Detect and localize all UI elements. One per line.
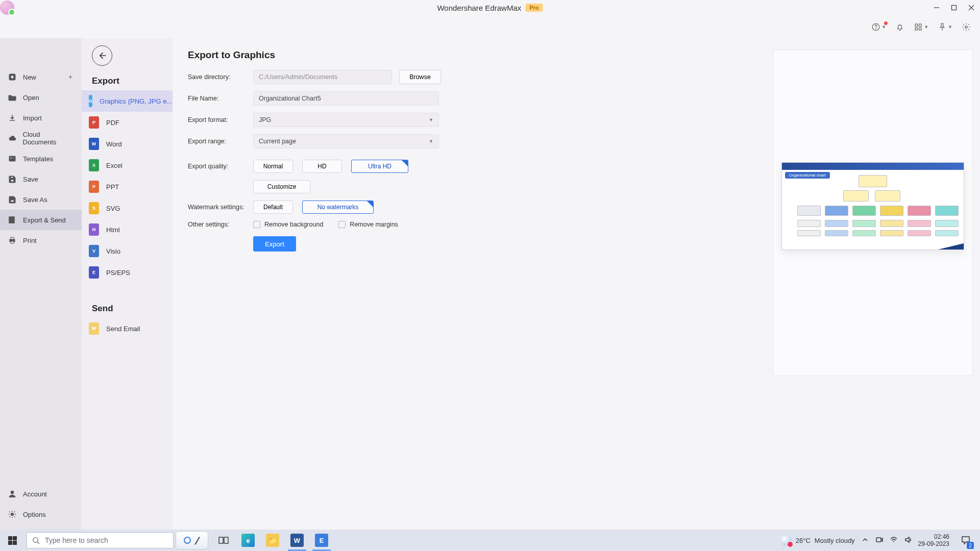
rail-item-save[interactable]: Save [0, 169, 82, 189]
rail-item-new[interactable]: New ＋ [0, 67, 82, 87]
start-button[interactable] [0, 530, 24, 551]
send-email[interactable]: ✉ Send Email [82, 318, 173, 339]
watermark-default[interactable]: Default [253, 201, 293, 214]
rail-item-print[interactable]: Print [0, 230, 82, 251]
pro-badge: Pro [525, 4, 543, 12]
weather-widget[interactable]: 26°C Mostly cloudy [780, 535, 855, 546]
rail-item-account[interactable]: Account [0, 484, 82, 504]
browse-button[interactable]: Browse [399, 70, 441, 84]
excel-icon: X [89, 159, 99, 171]
fmt-pdf[interactable]: P PDF [82, 112, 173, 133]
settings-icon[interactable] [962, 22, 971, 32]
dir-value: C:/Users/Admin/Documents [259, 73, 337, 81]
svg-rect-6 [915, 24, 918, 27]
fmt-label: PDF [106, 119, 119, 127]
other-label: Other settings: [188, 221, 253, 228]
tray-wifi-icon[interactable] [890, 536, 898, 545]
range-value: Current page [259, 138, 296, 145]
dir-label: Save directory: [188, 73, 253, 81]
clock-time: 02:46 [934, 533, 949, 540]
svg-rect-31 [219, 537, 223, 543]
user-avatar[interactable] [0, 1, 14, 15]
tray-volume-icon[interactable] [904, 536, 912, 545]
quality-ultrahd[interactable]: Ultra HD [351, 160, 408, 173]
svg-rect-1 [952, 6, 957, 10]
email-icon: ✉ [89, 322, 99, 335]
fmt-graphics[interactable]: G Graphics (PNG, JPG e... [82, 90, 173, 112]
fmt-svg[interactable]: S SVG [82, 197, 173, 219]
svg-rect-7 [919, 24, 922, 27]
notifications-icon[interactable] [895, 22, 904, 32]
remove-margins-text: Remove margins [350, 221, 398, 228]
fmt-label: PPT [106, 183, 119, 191]
rail-item-cloud[interactable]: Cloud Documents [0, 128, 82, 148]
taskbar-explorer[interactable]: 📁 [260, 530, 285, 551]
rail-item-open[interactable]: Open [0, 87, 82, 108]
taskbar-clock[interactable]: 02:46 29-09-2023 [918, 533, 949, 547]
notif-badge: 2 [967, 542, 974, 549]
range-select[interactable]: Current page ▼ [253, 134, 439, 148]
tray-chevron-up-icon[interactable] [861, 536, 869, 545]
fmt-word[interactable]: W Word [82, 133, 173, 155]
rail-label: New [23, 73, 36, 81]
svg-point-11 [965, 26, 968, 28]
svg-point-27 [11, 513, 14, 516]
cortana-button[interactable] [176, 531, 208, 549]
rail-label: Open [23, 94, 39, 102]
export-formats: Export G Graphics (PNG, JPG e... P PDF W… [82, 38, 173, 530]
rail-item-export[interactable]: Export & Send [0, 210, 82, 230]
watermark-none[interactable]: No watermarks [302, 201, 374, 214]
fmt-visio[interactable]: V Visio [82, 240, 173, 262]
visio-icon: V [89, 245, 99, 257]
fmt-label: PS/EPS [106, 269, 130, 277]
taskbar-search[interactable]: Type here to search [27, 532, 174, 548]
new-icon [8, 72, 17, 82]
apps-icon[interactable]: ▼ [914, 22, 928, 32]
dir-input[interactable]: C:/Users/Admin/Documents [253, 70, 392, 84]
chevron-down-icon: ▼ [429, 117, 433, 122]
maximize-button[interactable] [945, 0, 963, 15]
fmt-html[interactable]: H Html [82, 219, 173, 240]
taskbar-word[interactable]: W [285, 530, 309, 551]
save-icon [8, 174, 17, 184]
rail-label: Export & Send [23, 216, 66, 224]
rail-item-templates[interactable]: Templates [0, 148, 82, 169]
rail-item-import[interactable]: Import [0, 108, 82, 128]
taskbar-edge[interactable]: e [236, 530, 260, 551]
taskbar-edraw[interactable]: E [309, 530, 334, 551]
fmt-ppt[interactable]: P PPT [82, 176, 173, 197]
action-center-button[interactable]: 2 [955, 530, 976, 551]
rail-item-saveas[interactable]: Save As [0, 189, 82, 210]
fmt-excel[interactable]: X Excel [82, 155, 173, 176]
checkbox-icon [253, 221, 260, 228]
quality-normal[interactable]: Normal [253, 160, 293, 173]
export-heading: Export [82, 71, 173, 90]
tray-meet-now-icon[interactable] [875, 536, 884, 545]
svg-rect-24 [11, 237, 14, 239]
pin-icon[interactable]: ▼ [938, 22, 952, 32]
rail-label: Save [23, 176, 38, 183]
close-button[interactable] [963, 0, 980, 15]
quality-hd[interactable]: HD [302, 160, 342, 173]
form-title: Export to Graphics [188, 49, 750, 61]
word-icon: W [89, 138, 99, 150]
filename-input[interactable]: Organizational Chart5 [253, 91, 439, 106]
export-button[interactable]: Export [253, 236, 296, 252]
task-view-button[interactable] [211, 530, 236, 551]
minimize-button[interactable] [928, 0, 945, 15]
remove-bg-checkbox[interactable]: Remove background [253, 221, 323, 228]
fmt-label: Graphics (PNG, JPG e... [100, 97, 172, 105]
fmt-ps[interactable]: E PS/EPS [82, 262, 173, 283]
help-icon[interactable]: ▼ [871, 22, 886, 32]
rail-label: Options [23, 511, 46, 518]
export-form: Export to Graphics Save directory: C:/Us… [173, 38, 766, 530]
svg-rect-18 [12, 158, 14, 159]
svg-rect-33 [876, 538, 881, 542]
rail-item-options[interactable]: Options [0, 504, 82, 524]
back-button[interactable] [92, 45, 112, 66]
quality-customize[interactable]: Customize [253, 180, 310, 193]
range-label: Export range: [188, 138, 253, 145]
format-select[interactable]: JPG ▼ [253, 113, 439, 127]
remove-margins-checkbox[interactable]: Remove margins [338, 221, 398, 228]
export-icon [8, 215, 17, 224]
